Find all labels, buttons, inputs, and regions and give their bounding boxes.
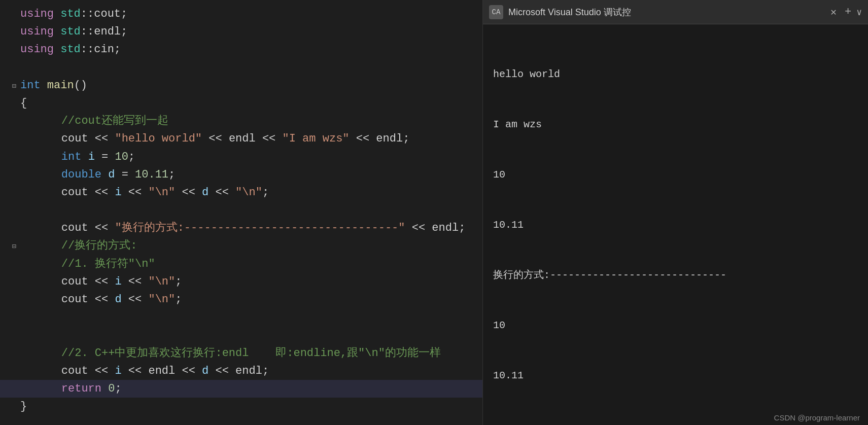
terminal-close-button[interactable]: ✕ xyxy=(830,6,837,18)
terminal-icon: CA xyxy=(489,5,503,19)
terminal-output-line-2: I am wzs xyxy=(493,116,858,133)
line-content-11: cout << i << "\n" << d << "\n"; xyxy=(34,184,482,201)
terminal-footer-text: CSDN @program-learner xyxy=(774,413,860,422)
code-line-22: return 0; xyxy=(0,380,482,398)
line-gutter-14: ⊟ xyxy=(5,241,20,252)
line-gutter-5: ⊟ xyxy=(5,81,20,92)
line-content-7: //cout还能写到一起 xyxy=(34,112,482,130)
code-line-11: cout << i << "\n" << d << "\n"; xyxy=(0,184,482,201)
terminal-body: hello world I am wzs 10 10.11 换行的方式:----… xyxy=(483,24,868,410)
terminal-panel: CA Microsoft Visual Studio 调试控 ✕ + ∨ hel… xyxy=(482,0,868,425)
line-content-17: cout << d << "\n"; xyxy=(34,291,482,308)
code-line-7: //cout还能写到一起 xyxy=(0,112,482,130)
line-content-14: //换行的方式: xyxy=(34,237,482,255)
terminal-output-line-4: 10.11 xyxy=(493,217,858,233)
code-line-9: int i = 10; xyxy=(0,148,482,166)
code-line-10: double d = 10.11; xyxy=(0,166,482,184)
line-content-15: //1. 换行符"\n" xyxy=(34,255,482,273)
line-content-13: cout << "换行的方式:-------------------------… xyxy=(34,219,482,237)
terminal-output-line-1: hello world xyxy=(493,66,858,83)
code-line-5: ⊟ int main() xyxy=(0,77,482,94)
line-content-21: cout << i << endl << d << endl; xyxy=(34,362,482,380)
line-content-4 xyxy=(20,59,482,77)
code-line-14: ⊟ //换行的方式: xyxy=(0,237,482,255)
line-content-16: cout << i << "\n"; xyxy=(34,273,482,291)
terminal-output-line-7: 10.11 xyxy=(493,367,858,384)
code-line-2: using std::endl; xyxy=(0,23,482,41)
terminal-output-line-5: 换行的方式:----------------------------- xyxy=(493,267,858,284)
line-content-12 xyxy=(34,201,482,219)
line-content-3: using std::cin; xyxy=(20,41,482,58)
line-content-10: double d = 10.11; xyxy=(34,166,482,184)
collapse-btn-14[interactable]: ⊟ xyxy=(12,241,16,252)
terminal-add-button[interactable]: + xyxy=(845,6,851,18)
terminal-footer: CSDN @program-learner xyxy=(483,410,868,425)
code-line-8: cout << "hello world" << endl << "I am w… xyxy=(0,130,482,148)
code-line-17: cout << d << "\n"; xyxy=(0,291,482,308)
line-content-2: using std::endl; xyxy=(20,23,482,41)
line-content-20: //2. C++中更加喜欢这行换行:endl 即:endline,跟"\n"的功… xyxy=(34,344,482,362)
terminal-chevron-button[interactable]: ∨ xyxy=(856,7,862,18)
code-editor: using std::cout; using std::endl; using … xyxy=(0,0,482,425)
code-line-16: cout << i << "\n"; xyxy=(0,273,482,291)
code-line-21: cout << i << endl << d << endl; xyxy=(0,362,482,380)
code-line-3: using std::cin; xyxy=(0,41,482,58)
line-content-23: } xyxy=(20,398,482,415)
code-line-1: using std::cout; xyxy=(0,5,482,23)
code-line-15: //1. 换行符"\n" xyxy=(0,255,482,273)
line-content-19 xyxy=(34,326,482,344)
code-line-23: } xyxy=(0,398,482,415)
line-content-5: int main() xyxy=(20,77,482,94)
line-content-18 xyxy=(34,308,482,326)
line-content-6: { xyxy=(20,94,482,112)
terminal-titlebar: CA Microsoft Visual Studio 调试控 ✕ + ∨ xyxy=(483,0,868,24)
code-line-6: { xyxy=(0,94,482,112)
collapse-btn-5[interactable]: ⊟ xyxy=(12,81,16,92)
terminal-output-line-6: 10 xyxy=(493,317,858,334)
terminal-icon-label: CA xyxy=(492,8,501,16)
code-line-4 xyxy=(0,59,482,77)
terminal-title: Microsoft Visual Studio 调试控 xyxy=(508,6,830,18)
line-content-9: int i = 10; xyxy=(34,148,482,166)
code-line-20: //2. C++中更加喜欢这行换行:endl 即:endline,跟"\n"的功… xyxy=(0,344,482,362)
code-line-13: cout << "换行的方式:-------------------------… xyxy=(0,219,482,237)
code-line-18 xyxy=(0,308,482,326)
line-content-8: cout << "hello world" << endl << "I am w… xyxy=(34,130,482,148)
code-line-12 xyxy=(0,201,482,219)
terminal-output-line-3: 10 xyxy=(493,166,858,183)
line-content-1: using std::cout; xyxy=(20,5,482,23)
line-content-22: return 0; xyxy=(34,380,482,398)
code-line-19 xyxy=(0,326,482,344)
